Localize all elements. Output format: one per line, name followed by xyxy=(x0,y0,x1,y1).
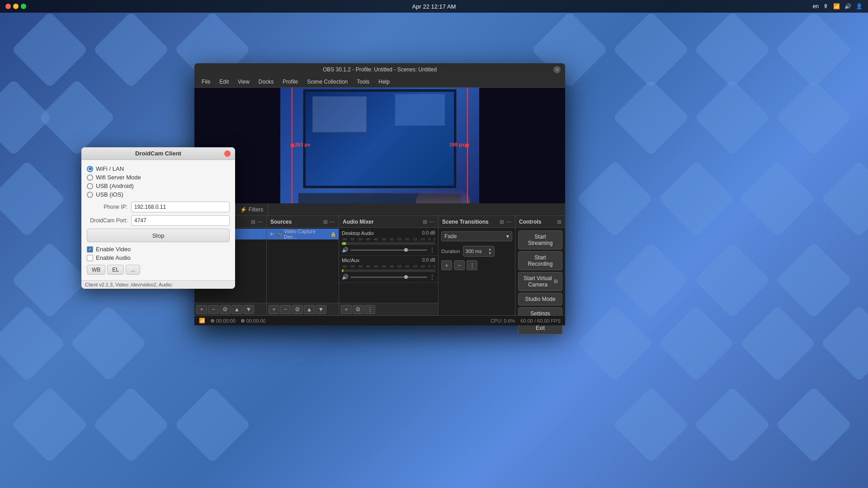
deco-diamond xyxy=(775,386,852,463)
add-transition-button[interactable]: + xyxy=(441,260,452,270)
desktop-mute-icon[interactable]: 🔊 xyxy=(342,247,349,253)
tab-filters[interactable]: ⚡ Filters xyxy=(236,203,269,216)
add-source-button[interactable]: + xyxy=(269,305,279,314)
add-scene-button[interactable]: + xyxy=(196,305,207,314)
more-audio-button[interactable]: ⋮ xyxy=(364,305,375,314)
start-recording-button[interactable]: Start Recording xyxy=(518,251,562,270)
menu-profile[interactable]: Profile xyxy=(279,78,302,86)
mic-audio-fill xyxy=(342,269,344,272)
radio-wifi-server[interactable]: Wifi Server Mode xyxy=(87,174,230,181)
menu-view[interactable]: View xyxy=(234,78,253,86)
desktop-volume-slider[interactable] xyxy=(350,249,427,251)
close-button[interactable] xyxy=(5,4,11,9)
radio-usb-android[interactable]: USB (Android) xyxy=(87,183,230,189)
mic-volume-thumb[interactable] xyxy=(404,275,408,279)
menu-tools[interactable]: Tools xyxy=(353,78,373,86)
controls-collapse-icon[interactable]: ⊞ xyxy=(557,219,561,225)
duration-label: Duration xyxy=(441,249,460,254)
filter-scene-button[interactable]: ⚙ xyxy=(220,305,231,314)
scenes-collapse-icon[interactable]: ⊞ xyxy=(251,219,255,225)
source-down-button[interactable]: ▼ xyxy=(316,305,326,314)
el-button[interactable]: EL xyxy=(107,265,124,275)
record-time: 00:00:00 xyxy=(241,318,266,324)
radio-wifi-lan[interactable]: WiFi / LAN xyxy=(87,165,230,172)
source-visibility-icon[interactable]: 👁 xyxy=(269,232,274,237)
start-streaming-button[interactable]: Start Streaming xyxy=(518,230,562,249)
more-transition-button[interactable]: ⋮ xyxy=(467,260,477,270)
duration-down-icon[interactable]: ▼ xyxy=(488,251,492,255)
more-button[interactable]: ... xyxy=(126,265,140,275)
wb-button[interactable]: WB xyxy=(87,265,105,275)
scene-down-button[interactable]: ▼ xyxy=(243,305,254,314)
audio-collapse-icon[interactable]: ⊞ xyxy=(423,219,427,225)
menu-file[interactable]: File xyxy=(198,78,214,86)
transition-type-select[interactable]: Fade ▾ xyxy=(441,231,512,241)
start-virtual-camera-button[interactable]: Start Virtual Camera ⚙ xyxy=(518,272,562,291)
desktop-audio-controls: 🔊 ⋮ xyxy=(342,246,435,253)
minimize-button[interactable] xyxy=(13,4,19,9)
menu-edit[interactable]: Edit xyxy=(216,78,232,86)
phone-ip-input[interactable] xyxy=(131,202,230,212)
menu-docks[interactable]: Docks xyxy=(255,78,277,86)
maximize-button[interactable] xyxy=(21,4,26,9)
transitions-collapse-icon[interactable]: ⊞ xyxy=(500,219,504,225)
droidcam-port-input[interactable] xyxy=(131,215,230,226)
radio-usb-android-label: USB (Android) xyxy=(96,183,134,189)
droidcam-body: WiFi / LAN Wifi Server Mode USB (Android… xyxy=(81,160,235,280)
source-item-video[interactable]: 👁 📹 Video Capture Dev... 🔒 xyxy=(267,229,339,239)
audio-options-icon[interactable]: ⋯ xyxy=(429,219,434,225)
prop-tabs-spacer xyxy=(268,203,565,216)
duration-input[interactable]: 300 ms ▲ ▼ xyxy=(463,246,495,257)
lang-indicator: en xyxy=(813,3,819,9)
settings-audio-button[interactable]: ⚙ xyxy=(353,305,363,314)
studio-mode-button[interactable]: Studio Mode xyxy=(518,293,562,305)
controls-title: Controls xyxy=(519,219,541,225)
transitions-options-icon[interactable]: ⋯ xyxy=(506,219,511,225)
desktop-volume-thumb[interactable] xyxy=(404,248,408,252)
menu-help[interactable]: Help xyxy=(375,78,393,86)
virtual-camera-settings-icon[interactable]: ⚙ xyxy=(553,278,558,285)
sources-collapse-icon[interactable]: ⊞ xyxy=(323,219,328,225)
filter-icon: ⚡ xyxy=(240,206,247,213)
source-lock-icon[interactable]: 🔒 xyxy=(330,232,336,237)
deco-diamond xyxy=(576,305,653,382)
duration-up-icon[interactable]: ▲ xyxy=(488,247,492,251)
mic-volume-slider[interactable] xyxy=(350,277,427,278)
sources-panel: Sources ⊞ ⋯ 👁 📹 Video Capture Dev... 🔒 +… xyxy=(267,216,339,315)
sources-options-icon[interactable]: ⋯ xyxy=(330,219,335,225)
mic-audio-more[interactable]: ⋮ xyxy=(429,273,435,281)
source-up-button[interactable]: ▲ xyxy=(304,305,315,314)
remove-scene-button[interactable]: − xyxy=(208,305,219,314)
deco-diamond xyxy=(694,79,771,156)
remove-transition-button[interactable]: − xyxy=(454,260,465,270)
enable-audio-label: Enable Audio xyxy=(96,254,131,261)
scenes-options-icon[interactable]: ⋯ xyxy=(257,219,263,225)
source-settings-button[interactable]: ⚙ xyxy=(292,305,303,314)
remove-source-button[interactable]: − xyxy=(280,305,291,314)
desktop-audio-more[interactable]: ⋮ xyxy=(429,246,435,253)
fps-value: 60.00 / 60.00 FPS xyxy=(520,318,561,324)
droidcam-status-text: Client v2.1.3, Video: /dev/video2, Audio… xyxy=(85,282,173,287)
add-audio-button[interactable]: + xyxy=(341,305,352,314)
deco-diamond xyxy=(93,11,170,88)
stop-button[interactable]: Stop xyxy=(87,229,230,242)
menu-scene-collection[interactable]: Scene Collection xyxy=(303,78,351,86)
enable-video-checkbox[interactable]: ✓ xyxy=(87,246,93,253)
deco-diamond xyxy=(11,242,88,319)
controls-panel-header: Controls ⊞ xyxy=(515,216,565,228)
traffic-lights xyxy=(5,4,26,9)
phone-ip-row: Phone IP: xyxy=(87,202,230,212)
radio-usb-android-circle xyxy=(87,183,93,189)
deco-diamond xyxy=(613,242,689,319)
enable-video-label: Enable Video xyxy=(96,246,131,253)
prop-tabs-row: ⚙ Properties ⚡ Filters xyxy=(194,203,565,216)
mic-mute-icon[interactable]: 🔊 xyxy=(342,274,349,280)
checkmark-icon: ✓ xyxy=(88,247,92,252)
droidcam-close-button[interactable]: ✕ xyxy=(224,150,231,157)
duration-row: Duration 300 ms ▲ ▼ xyxy=(439,244,515,258)
obs-close-button[interactable]: ✕ xyxy=(553,66,561,73)
radio-usb-ios[interactable]: USB (iOS) xyxy=(87,191,230,198)
enable-audio-checkbox[interactable] xyxy=(87,255,93,261)
scene-up-button[interactable]: ▲ xyxy=(231,305,242,314)
deco-diamond xyxy=(739,305,816,382)
